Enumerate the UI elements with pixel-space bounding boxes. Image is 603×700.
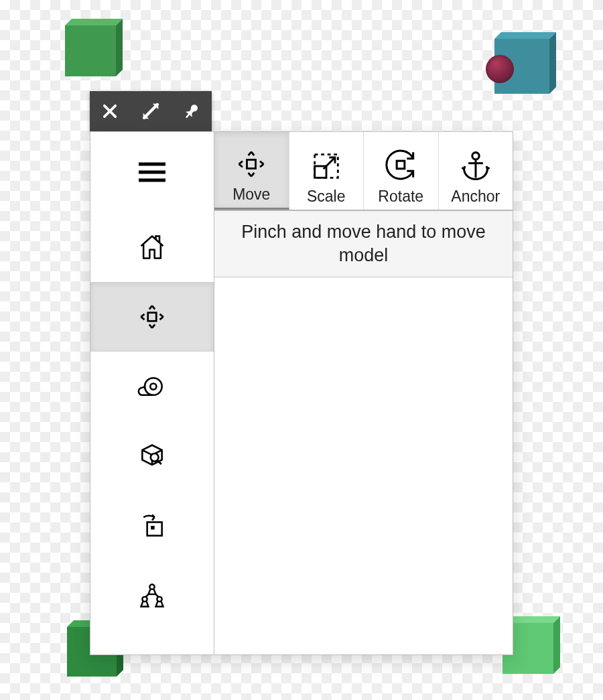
viewport: Move Scale [0, 0, 603, 700]
svg-point-7 [151, 453, 159, 462]
svg-point-6 [150, 383, 156, 389]
sidebar-item-animate[interactable] [90, 491, 214, 561]
animate-icon [137, 511, 167, 541]
sidebar [90, 132, 214, 654]
close-button[interactable] [96, 98, 123, 125]
svg-line-0 [186, 115, 189, 118]
resize-button[interactable] [137, 98, 164, 125]
home-icon [137, 232, 167, 262]
inspect-icon [137, 441, 167, 471]
sidebar-item-move[interactable] [90, 282, 214, 352]
sidebar-item-assembly[interactable] [90, 561, 214, 630]
tool-rotate[interactable]: Rotate [364, 132, 439, 210]
assembly-icon [137, 581, 167, 610]
svg-rect-10 [151, 526, 155, 530]
menu-icon [136, 159, 168, 185]
svg-rect-4 [148, 313, 157, 322]
svg-point-13 [157, 597, 161, 602]
svg-rect-17 [397, 161, 405, 169]
sidebar-item-home[interactable] [90, 212, 214, 282]
sidebar-item-inspect[interactable] [90, 421, 214, 491]
resize-icon [139, 100, 162, 123]
svg-point-18 [472, 153, 479, 159]
main-panel: Move Scale [90, 131, 513, 655]
rotate-tool-icon [382, 146, 419, 184]
svg-point-12 [142, 597, 147, 602]
tool-rotate-label: Rotate [378, 188, 423, 206]
tool-move-label: Move [232, 186, 270, 204]
content-area: Move Scale [214, 132, 513, 654]
measure-icon [137, 372, 167, 401]
tool-scale[interactable]: Scale [289, 132, 364, 210]
sidebar-item-menu[interactable] [90, 132, 214, 212]
sphere [486, 55, 514, 83]
svg-rect-9 [147, 522, 162, 536]
tool-anchor[interactable]: Anchor [439, 132, 513, 210]
pin-button[interactable] [178, 98, 205, 125]
tool-scale-label: Scale [307, 188, 346, 206]
sidebar-item-measure[interactable] [90, 352, 214, 421]
svg-rect-14 [247, 160, 256, 169]
svg-point-11 [149, 585, 154, 589]
pin-icon [182, 101, 202, 121]
move-icon [135, 300, 169, 334]
hint-text: Pinch and move hand to move model [214, 211, 513, 277]
tool-move[interactable]: Move [214, 132, 289, 210]
anchor-tool-icon [458, 149, 493, 184]
panel-handlebar[interactable] [90, 91, 212, 131]
move-tool-icon [234, 147, 269, 182]
tool-tabs: Move Scale [214, 132, 513, 211]
content-body [214, 277, 513, 654]
close-icon [100, 102, 119, 121]
tool-anchor-label: Anchor [451, 188, 500, 206]
scale-tool-icon [309, 149, 344, 184]
